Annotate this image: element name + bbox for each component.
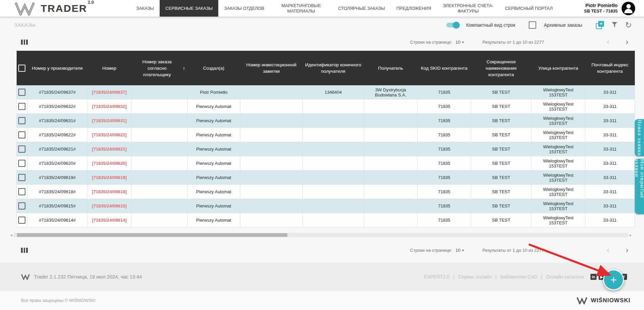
cell [240,142,303,156]
cell[interactable]: [71835/24/09637] [87,85,132,99]
nav-item[interactable]: СЕРВИСНЫЙ ПОРТАЛ [499,0,559,17]
table-row[interactable]: #71835/24/09614#[71835/24/09614]Pierwszy… [17,213,635,227]
table-row[interactable]: #71835/24/09620#[71835/24/09620]Pierwszy… [17,156,635,171]
cell: 33-311 [585,199,635,213]
scroll-left-icon[interactable]: ◂ [11,233,12,237]
cell[interactable]: [71835/24/09631] [87,114,132,128]
next-page-button[interactable]: › [626,247,628,253]
user-avatar-icon[interactable] [622,2,635,15]
compact-rows-toggle[interactable] [446,23,459,27]
nav-item[interactable]: ЭЛЕКТРОННЫЕ СЧЕТА-ФАКТУРЫ [437,0,499,17]
copyright-text: Все права защищены © WIŚNIOWSKI [21,298,95,303]
next-page-button[interactable]: › [626,39,628,45]
cell: #71835/24/09619# [27,171,87,185]
row-checkbox[interactable] [18,188,25,195]
nav-item[interactable]: СТОЛЯРНЫЕ ЗАКАЗЫ [332,0,390,17]
sort-arrow-icon[interactable]: ↑ [183,65,185,71]
table-row[interactable]: #71835/24/09632#[71835/24/09632]Pierwszy… [17,99,635,114]
row-checkbox[interactable] [18,174,25,181]
row-checkbox[interactable] [18,202,25,209]
cell[interactable]: [71835/24/09615] [87,199,132,213]
cell: 71835 [418,156,471,171]
columns-icon[interactable] [21,40,28,45]
prev-page-button[interactable]: ‹ [607,247,609,253]
column-header[interactable]: Получатель [364,51,418,85]
cell [303,213,364,227]
cell[interactable]: [71835/24/09622] [87,128,132,142]
table-row[interactable]: #71835/24/09618#[71835/24/09618]Pierwszy… [17,185,635,199]
cell [240,85,303,99]
footer-link[interactable]: Сервис онлайн [458,274,492,280]
cell [132,85,187,99]
column-header[interactable]: Улица контрагента [531,51,585,85]
select-all-checkbox[interactable] [18,65,25,72]
cell [303,128,364,142]
columns-icon[interactable] [21,248,28,253]
fab-add-button[interactable]: + [603,269,624,290]
cell [132,99,187,114]
cell [303,199,364,213]
row-checkbox[interactable] [18,117,25,124]
nav-item[interactable]: ПРЕДЛОЖЕНИЯ [390,0,437,17]
nav-item[interactable]: СЕРВИСНЫЕ ЗАКАЗЫ [160,0,218,17]
scroll-right-icon[interactable]: ▸ [630,233,631,237]
table-row[interactable]: #71835/24/09621#[71835/24/09621]Pierwszy… [17,142,635,156]
table-row[interactable]: #71835/24/09622#[71835/24/09622]Pierwszy… [17,128,635,142]
column-header[interactable]: Номер у производителя [27,51,87,85]
archive-orders-checkbox[interactable] [529,21,536,29]
cell[interactable]: [71835/24/09621] [87,142,132,156]
column-header[interactable]: Код SKID контрагента [418,51,471,85]
column-header[interactable]: Идентификатор конечного получателя [303,51,364,85]
orders-table-wrap: Номер у производителяНомерНомер заказа с… [16,51,635,227]
column-header[interactable]: Сокращенное наименование контрагента [471,51,531,85]
cell[interactable]: [71835/24/09620] [87,156,132,171]
row-checkbox[interactable] [18,146,25,153]
row-checkbox[interactable] [18,89,25,96]
linkedin-icon[interactable]: in [590,274,597,280]
user-org: SB TEST - 71835 [584,8,618,14]
footer-link[interactable]: EXPERT2.0 [424,274,449,280]
scrollbar-thumb[interactable] [17,233,287,237]
brand[interactable]: TRADER2.0 [0,0,93,17]
nav-item[interactable]: МАРКЕТИНГОВЫЕ МАТЕРИАЛЫ [270,0,332,17]
cell[interactable]: [71835/24/09619] [87,171,132,185]
row-checkbox[interactable] [18,160,25,167]
cell [240,99,303,114]
cell: 33-311 [585,156,635,171]
row-checkbox[interactable] [18,131,25,138]
user-block[interactable]: Piotr Pomietło SB TEST - 71835 [584,0,644,17]
filter-icon[interactable] [611,22,618,28]
cell[interactable]: [71835/24/09618] [87,185,132,199]
nav-item[interactable]: ЗАКАЗЫ [130,0,160,17]
table-row[interactable]: #71835/24/09637#[71835/24/09637]Piotr Po… [17,85,635,99]
cell: WielogłowyTest 153TEST [531,199,585,213]
horizontal-scrollbar[interactable]: ◂ ▸ [14,233,628,237]
side-tab[interactable]: Мои открытые заявки [635,159,644,214]
table-row[interactable]: #71835/24/09619#[71835/24/09619]Pierwszy… [17,171,635,185]
cell[interactable]: [71835/24/09632] [87,99,132,114]
add-order-icon[interactable]: + [596,21,604,29]
column-header[interactable]: Номер заказа согласно плательщику↑ [132,51,187,85]
refresh-icon[interactable]: ↻ [625,22,632,28]
prev-page-button[interactable]: ‹ [607,39,609,45]
footer-link[interactable]: Библиотеки CAD [500,274,537,280]
column-header[interactable]: Почтовый индекс контрагента [585,51,635,85]
table-row[interactable]: #71835/24/09631#[71835/24/09631]Pierwszy… [17,114,635,128]
rows-per-page-select[interactable]: 10▾ [456,40,464,45]
nav-item[interactable]: ЗАКАЗЫ ОТДЕЛОВ [218,0,270,17]
side-tab[interactable]: Новая заявка [635,119,644,156]
row-select-cell [17,171,27,185]
cell [364,199,418,213]
row-checkbox[interactable] [18,217,25,224]
column-header[interactable]: Номер [87,51,132,85]
row-checkbox[interactable] [18,103,25,110]
footer-link[interactable]: Онлайн каталоги [546,274,584,280]
cell: Pierwszy Automat [187,128,240,142]
cell [240,199,303,213]
cell[interactable]: [71835/24/09614] [87,213,132,227]
cell: SB TEST [471,128,531,142]
table-row[interactable]: #71835/24/09615#[71835/24/09615]Pierwszy… [17,199,635,213]
column-header[interactable]: Создал(а) [187,51,240,85]
column-header[interactable]: Номер инвестиционной заметки [240,51,303,85]
rows-per-page-select[interactable]: 10▾ [456,248,464,253]
